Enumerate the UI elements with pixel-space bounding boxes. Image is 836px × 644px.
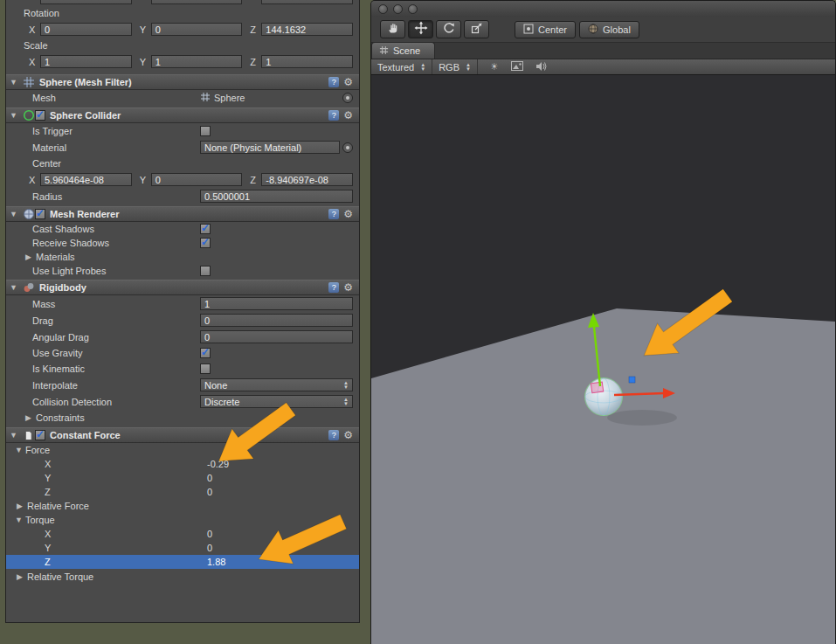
scale-x-field[interactable]: 1 — [40, 55, 132, 68]
enabled-checkbox[interactable] — [35, 430, 45, 440]
use-light-probes-checkbox[interactable] — [200, 266, 211, 276]
draw-mode-dropdown[interactable]: Textured ▲▼ — [371, 59, 432, 74]
position-x-field[interactable] — [40, 0, 132, 4]
relative-force-foldout[interactable]: Relative Force — [6, 499, 359, 513]
force-y-value[interactable]: 0 — [207, 473, 212, 483]
position-y-field[interactable] — [151, 0, 243, 4]
gear-icon[interactable] — [343, 282, 353, 293]
cast-shadows-checkbox[interactable] — [200, 224, 211, 234]
drag-field[interactable]: 0 — [200, 314, 353, 327]
foldout-icon[interactable] — [10, 210, 20, 218]
component-header-constant-force[interactable]: Constant Force — [6, 427, 359, 443]
lighting-toggle[interactable]: ☀ — [490, 61, 499, 73]
minimize-button[interactable] — [393, 4, 403, 14]
audio-toggle[interactable] — [535, 61, 548, 73]
help-icon[interactable] — [328, 110, 339, 121]
constraints-foldout[interactable]: Constraints — [6, 410, 359, 426]
pivot-center-button[interactable]: Center — [515, 21, 576, 38]
mass-field[interactable]: 1 — [200, 297, 353, 310]
speaker-icon — [535, 61, 548, 73]
gear-icon[interactable] — [343, 77, 353, 87]
foldout-icon[interactable] — [10, 283, 20, 292]
gear-icon[interactable] — [343, 209, 353, 219]
close-button[interactable] — [378, 4, 388, 14]
foldout-icon[interactable] — [10, 78, 20, 87]
position-z-field[interactable] — [261, 0, 353, 4]
torque-y-value[interactable]: 0 — [207, 543, 212, 553]
component-header-rigidbody[interactable]: Rigidbody — [6, 280, 359, 295]
render-mode-dropdown[interactable]: RGB ▲▼ — [432, 59, 477, 74]
is-trigger-checkbox[interactable] — [200, 126, 211, 136]
torque-x-value[interactable]: 0 — [207, 529, 212, 539]
object-picker-icon[interactable] — [342, 93, 353, 103]
scale-y-field[interactable]: 1 — [151, 55, 243, 68]
collision-detection-row: Collision Detection Discrete ▲▼ — [6, 393, 359, 410]
component-header-mesh-renderer[interactable]: Mesh Renderer — [6, 206, 359, 222]
radius-field[interactable]: 0.5000001 — [200, 190, 353, 203]
move-gizmo-z-handle[interactable] — [629, 377, 635, 383]
scale-z-field[interactable]: 1 — [261, 55, 353, 68]
rotation-y-field[interactable]: 0 — [151, 23, 243, 36]
gear-icon[interactable] — [343, 110, 353, 121]
effects-toggle[interactable] — [511, 61, 523, 73]
scale-tool-button[interactable] — [464, 20, 489, 38]
collision-detection-dropdown[interactable]: Discrete ▲▼ — [200, 395, 353, 408]
foldout-icon[interactable] — [15, 446, 25, 454]
foldout-icon[interactable] — [25, 253, 36, 261]
component-header-mesh-filter[interactable]: Sphere (Mesh Filter) — [6, 74, 359, 90]
foldout-icon[interactable] — [17, 572, 27, 581]
help-icon[interactable] — [328, 282, 339, 293]
help-icon[interactable] — [328, 77, 339, 87]
use-gravity-checkbox[interactable] — [200, 348, 211, 358]
center-z-field[interactable]: -8.940697e-08 — [261, 173, 353, 186]
scale-label: Scale — [24, 40, 48, 51]
rotate-tool-button[interactable] — [436, 20, 461, 38]
maximize-button[interactable] — [408, 4, 418, 14]
torque-z-value[interactable]: 1.88 — [207, 557, 225, 567]
window-titlebar[interactable] — [371, 1, 835, 17]
move-tool-button[interactable] — [408, 20, 433, 38]
force-x-value[interactable]: -0.29 — [207, 459, 229, 469]
gear-icon[interactable] — [343, 430, 353, 440]
rotation-x-field[interactable]: 0 — [40, 23, 132, 36]
component-header-sphere-collider[interactable]: Sphere Collider — [6, 107, 359, 123]
rotation-z-field[interactable]: 144.1632 — [261, 23, 353, 36]
updown-arrows-icon: ▲▼ — [420, 63, 425, 71]
object-picker-icon[interactable] — [342, 142, 353, 153]
mesh-label: Mesh — [32, 93, 200, 103]
tab-scene[interactable]: Scene — [371, 42, 435, 59]
force-foldout[interactable]: Force — [6, 443, 359, 457]
torque-foldout[interactable]: Torque — [6, 513, 359, 527]
interpolate-row: Interpolate None ▲▼ — [6, 377, 359, 393]
angular-drag-field[interactable]: 0 — [200, 330, 353, 343]
relative-torque-foldout[interactable]: Relative Torque — [6, 569, 359, 584]
center-y-field[interactable]: 0 — [151, 173, 243, 186]
help-icon[interactable] — [328, 430, 339, 440]
foldout-icon[interactable] — [10, 431, 20, 440]
torque-z-row-selected[interactable]: Z 1.88 — [6, 555, 359, 569]
hand-tool-button[interactable] — [380, 20, 405, 38]
is-kinematic-checkbox[interactable] — [200, 364, 211, 374]
interpolate-dropdown[interactable]: None ▲▼ — [200, 378, 353, 391]
foldout-icon[interactable] — [15, 516, 25, 524]
material-object-field[interactable]: None (Physic Material) — [200, 141, 340, 154]
axis-z-label: Z — [250, 24, 261, 35]
enabled-checkbox[interactable] — [35, 110, 45, 121]
help-icon[interactable] — [328, 209, 339, 219]
receive-shadows-checkbox[interactable] — [200, 238, 211, 248]
foldout-icon[interactable] — [25, 413, 36, 422]
materials-foldout[interactable]: Materials — [6, 250, 359, 264]
mesh-object-field[interactable]: Sphere — [200, 92, 340, 104]
scene-viewport[interactable] — [371, 75, 835, 644]
force-z-value[interactable]: 0 — [207, 487, 212, 497]
hand-icon — [386, 21, 400, 38]
plane-handle-gizmo[interactable] — [591, 382, 603, 393]
collision-detection-label: Collision Detection — [32, 397, 200, 407]
enabled-checkbox[interactable] — [35, 209, 45, 219]
foldout-icon[interactable] — [17, 502, 27, 510]
relative-force-label: Relative Force — [27, 501, 89, 511]
foldout-icon[interactable] — [10, 111, 20, 120]
center-x-field[interactable]: 5.960464e-08 — [40, 173, 132, 186]
axis-y-label: Y — [45, 473, 207, 483]
global-space-button[interactable]: Global — [579, 21, 639, 38]
